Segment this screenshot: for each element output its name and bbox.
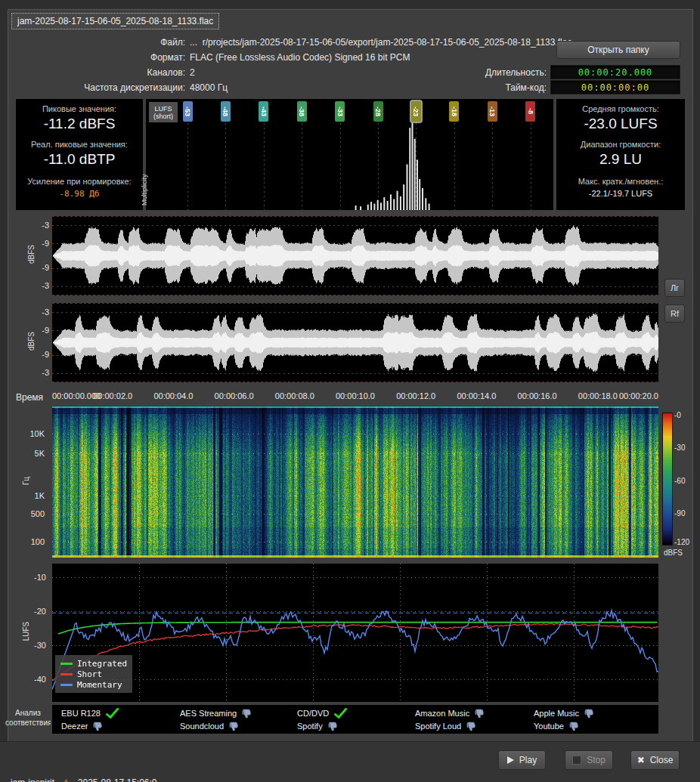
- conformity-name: Deezer: [61, 722, 88, 731]
- histogram-title-line2: (short): [153, 113, 173, 120]
- thumbs-down-icon: [466, 721, 477, 731]
- conformity-item-youtube: Youtube: [534, 721, 658, 731]
- legend-swatch: [60, 684, 73, 686]
- loudness-value: -23.0 LUFS: [556, 116, 685, 132]
- histogram-title: LUFS (short): [149, 102, 178, 122]
- conformity-grid: EBU R128AES StreamingCD/DVDAmazon MusicA…: [52, 705, 658, 734]
- scale-tick: -90: [674, 509, 685, 518]
- conformity-item-aes-streaming: AES Streaming: [180, 708, 297, 719]
- waveform2-tick: -9: [28, 326, 49, 335]
- channels-value: 2: [190, 66, 235, 79]
- scale-tick: -120: [674, 538, 689, 546]
- open-folder-button[interactable]: Открыть папку: [556, 41, 680, 59]
- freq-tick: 500: [23, 509, 45, 518]
- legend-swatch: [60, 663, 73, 665]
- next-file-tab[interactable]: jam-inspirit ⚠ 2025-08-17 15:06:0: [11, 775, 157, 782]
- spectrogram-color-scale: [662, 413, 673, 546]
- thumbs-down-icon: [242, 708, 252, 719]
- peak-label: Пиковые значения:: [16, 104, 143, 113]
- scale-tick: -60: [674, 477, 685, 485]
- norm-gain-label: Усиление при нормировке:: [16, 177, 143, 186]
- waveform-right-channel[interactable]: [52, 303, 658, 382]
- loudness-legend: IntegratedShortMomentary: [55, 655, 132, 693]
- waveform-left-channel[interactable]: [52, 216, 658, 295]
- freq-tick: 10K: [23, 429, 45, 438]
- peak-value: -11.2 dBFS: [16, 116, 143, 132]
- stop-label: Stop: [587, 755, 606, 765]
- histogram-title-line1: LUFS: [154, 105, 172, 113]
- time-tick: 00:00:08.0: [275, 391, 314, 400]
- time-tick: 00:00:18.0: [578, 391, 618, 400]
- time-tick: 00:00:16.0: [518, 391, 557, 400]
- true-peak-label: Реал. пиковые значения:: [16, 140, 143, 149]
- export-analysis-window: jam-2025-08-17-15-06-05_2025-08-18_1133.…: [0, 0, 700, 782]
- norm-gain-value: -8.98 Дб: [16, 189, 143, 199]
- conformity-item-ebu-r128: EBU R128: [61, 708, 180, 719]
- thumbs-down-icon: [475, 708, 485, 719]
- play-button[interactable]: Play: [498, 750, 546, 770]
- legend-item-momentary: Momentary: [60, 679, 127, 690]
- lufs-tick: -20: [25, 607, 46, 616]
- format-value: FLAC (Free Lossless Audio Codec) Signed …: [190, 51, 507, 63]
- conformity-item-deezer: Deezer: [61, 721, 180, 731]
- channels-label: Каналов:: [46, 66, 185, 79]
- logscale-toggle-button[interactable]: Лг: [664, 279, 685, 297]
- freq-tick: 100: [23, 537, 45, 546]
- time-tick: 00:00:14.0: [457, 391, 496, 400]
- next-file-tab-label: jam-inspirit: [11, 777, 54, 782]
- warning-icon: ⚠: [62, 777, 70, 782]
- waveform1-tick: -3: [28, 221, 49, 230]
- time-tick: 00:00:12.0: [396, 391, 435, 400]
- loudness-histogram-canvas: [146, 99, 553, 210]
- close-button[interactable]: ✖ Close: [630, 750, 680, 770]
- scale-unit: dBFS: [664, 549, 683, 557]
- spectrogram-axis-label: Гц: [22, 468, 30, 494]
- conformity-label-line2: соответствия: [5, 718, 51, 728]
- waveform2-tick: -9: [28, 350, 49, 359]
- duration-label: Длительность:: [439, 66, 547, 79]
- conformity-name: Soundcloud: [180, 722, 224, 731]
- check-icon: [106, 708, 119, 719]
- format-label: Формат:: [46, 51, 185, 63]
- file-tab[interactable]: jam-2025-08-17-15-06-05_2025-08-18_1133.…: [11, 13, 219, 29]
- next-file-tab-timestamp: 2025-08-17 15:06:0: [78, 777, 157, 782]
- play-label: Play: [519, 755, 537, 765]
- thumbs-down-icon: [584, 708, 595, 719]
- conformity-name: CD/DVD: [297, 709, 329, 718]
- conformity-item-amazon-music: Amazon Music: [415, 708, 534, 719]
- rectified-toggle-button[interactable]: Rf: [664, 304, 685, 323]
- conformity-name: Amazon Music: [415, 709, 469, 718]
- timecode-readout: 00:00:00:00: [550, 80, 680, 94]
- waveform1-tick: -3: [28, 281, 49, 290]
- play-icon: [507, 756, 514, 764]
- file-label: Файл:: [46, 36, 185, 48]
- thumbs-down-icon: [93, 721, 104, 731]
- scale-tick: -30: [674, 444, 685, 452]
- thumbs-down-icon: [328, 721, 339, 731]
- time-axis-label: Время: [16, 391, 49, 403]
- timecode-label: Тайм-код:: [439, 82, 547, 94]
- conformity-name: EBU R128: [61, 709, 101, 718]
- waveform1-tick: -9: [28, 239, 49, 248]
- loudness-graph-canvas: [52, 564, 658, 702]
- check-icon: [334, 708, 347, 719]
- loudness-stats-panel: Средняя громкость: -23.0 LUFS Диапазон г…: [556, 99, 685, 210]
- spectrogram-canvas: [52, 406, 658, 558]
- true-peak-value: -11.0 dBTP: [16, 151, 143, 168]
- stop-button[interactable]: Stop: [565, 750, 613, 770]
- conformity-item-cd-dvd: CD/DVD: [297, 708, 415, 719]
- conformity-name: Youtube: [534, 722, 564, 731]
- legend-item-short: Short: [60, 669, 127, 679]
- legend-label: Short: [77, 669, 102, 679]
- thumbs-down-icon: [229, 721, 240, 731]
- time-tick: 00:00:20.0: [619, 391, 658, 400]
- conformity-item-spotify: Spotify: [297, 721, 415, 731]
- max-loudness-value: -22.1/-19.7 LUFS: [556, 189, 685, 198]
- analysis-dialog: jam-2025-08-17-15-06-05_2025-08-18_1133.…: [8, 9, 693, 742]
- freq-tick: 1K: [23, 491, 45, 500]
- time-tick: 00:00:02.0: [93, 391, 132, 400]
- thumbs-down-icon: [569, 721, 580, 731]
- conformity-item-spotify-loud: Spotify Loud: [415, 721, 534, 731]
- file-tab-label: jam-2025-08-17-15-06-05_2025-08-18_1133.…: [17, 16, 213, 26]
- scale-tick: -0: [674, 411, 681, 419]
